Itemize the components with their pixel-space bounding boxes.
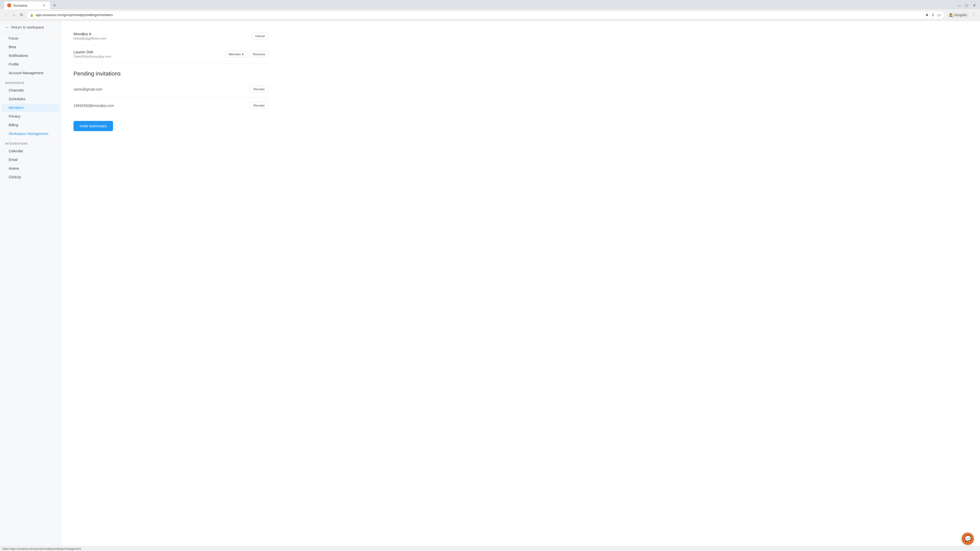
tab-bar: Sunsama ✕ + — ◻ ✕ [0,0,980,9]
member-role-badge-1[interactable]: Member ▾ [225,51,247,58]
return-to-workspace[interactable]: ← Return to workspace [0,21,61,34]
address-url: app.sunsama.com/group/moodjoy/settings/m… [36,13,923,17]
sidebar-item-email[interactable]: Email [2,156,59,164]
integrations-section-label: Integrations [0,138,61,147]
app-layout: ← Return to workspace Focus Beta Notific… [0,21,980,546]
sidebar-item-beta[interactable]: Beta [2,43,59,51]
sidebar-item-workspace-management[interactable]: Workspace Management [2,130,59,138]
sidebar-item-billing[interactable]: Billing [2,121,59,129]
address-actions: ★ ⇓ ▭ [924,12,942,18]
sidebar-item-account-management[interactable]: Account Management [2,69,59,77]
download-button[interactable]: ⇓ [931,12,935,18]
new-tab-button[interactable]: + [51,2,58,9]
revoke-button-0[interactable]: Revoke [250,86,269,93]
sidebar-item-clickup[interactable]: ClickUp [2,173,59,181]
remove-member-button-1[interactable]: Remove [250,51,269,58]
browser-actions: 🕵 Incognito ⋮ [947,11,977,19]
sidebar: ← Return to workspace Focus Beta Notific… [0,21,61,546]
status-bar: https://app.sunsama.com/group/moodjoy/se… [0,546,980,551]
sidebar-item-profile[interactable]: Profile [2,60,59,68]
status-url: https://app.sunsama.com/group/moodjoy/se… [3,547,81,550]
back-button[interactable]: ← [3,11,10,19]
member-info-0: Moodjoy A bhea@pageflows.com [73,32,252,40]
sidebar-item-notifications[interactable]: Notifications [2,52,59,60]
workspace-section-label: Workspace [0,77,61,86]
incognito-icon: 🕵 [950,13,953,17]
close-button[interactable]: ✕ [971,2,978,9]
member-info-1: Lauren Deli 24ee050e@moodjoy.com [73,50,225,59]
tab-label: Sunsama [13,3,40,7]
member-actions-1: Member ▾ Remove [225,51,269,58]
sidebar-item-focus[interactable]: Focus [2,34,59,42]
return-label: Return to workspace [11,25,44,29]
minimize-button[interactable]: — [956,2,963,9]
member-name-0: Moodjoy A [73,32,252,36]
back-arrow-icon: ← [5,25,9,30]
forward-button[interactable]: → [10,11,18,19]
member-actions-0: Owner [252,33,269,40]
incognito-badge: 🕵 Incognito [947,13,969,17]
tab-close-button[interactable]: ✕ [42,3,46,8]
address-bar[interactable]: 🔒 app.sunsama.com/group/moodjoy/settings… [27,11,945,19]
member-email-1: 24ee050e@moodjoy.com [73,55,225,59]
sidebar-item-calendar[interactable]: Calendar [2,147,59,155]
omnibar-row: ← → ↻ 🔒 app.sunsama.com/group/moodjoy/se… [0,9,980,21]
pending-invitations-heading: Pending invitations [73,70,269,77]
incognito-label: Incognito [954,13,967,17]
browser-chrome: Sunsama ✕ + — ◻ ✕ ← → ↻ 🔒 app.sunsama.co… [0,0,980,21]
sidebar-toggle-button[interactable]: ▭ [937,12,942,18]
member-role-badge-0[interactable]: Owner [252,33,269,40]
pending-row-1: 1969293d@moodjoy.com Revoke [73,97,269,114]
chat-bubble-button[interactable]: 💬 [962,533,974,545]
pending-row-0: name@gmail.com Revoke [73,81,269,97]
extensions-button[interactable]: ⋮ [970,11,977,19]
pending-email-0: name@gmail.com [73,87,250,91]
role-dropdown-icon: ▾ [242,52,244,56]
sidebar-item-members[interactable]: Members [2,103,59,112]
restore-button[interactable]: ◻ [963,2,970,9]
sidebar-item-schedules[interactable]: Schedules [2,95,59,103]
pending-email-1: 1969293d@moodjoy.com [73,103,250,108]
omnibar-nav: ← → ↻ [3,11,25,19]
revoke-button-1[interactable]: Revoke [250,102,269,109]
active-tab[interactable]: Sunsama ✕ [4,2,50,9]
tab-favicon [7,3,11,7]
sidebar-item-asana[interactable]: Asana [2,164,59,172]
sidebar-item-privacy[interactable]: Privacy [2,112,59,121]
sidebar-item-channels[interactable]: Channels [2,86,59,94]
content-inner: Moodjoy A bhea@pageflows.com Owner Laure… [61,21,281,137]
window-controls: — ◻ ✕ [956,2,978,9]
member-email-0: bhea@pageflows.com [73,37,252,40]
lock-icon: 🔒 [30,13,34,17]
member-name-1: Lauren Deli [73,50,225,54]
main-content: Moodjoy A bhea@pageflows.com Owner Laure… [61,21,980,546]
member-row-0: Moodjoy A bhea@pageflows.com Owner [73,27,269,45]
bookmark-button[interactable]: ★ [924,12,929,18]
invite-teammates-button[interactable]: Invite teammates [73,121,113,131]
reload-button[interactable]: ↻ [18,11,25,19]
member-row-1: Lauren Deli 24ee050e@moodjoy.com Member … [73,45,269,63]
chat-icon: 💬 [964,535,971,542]
